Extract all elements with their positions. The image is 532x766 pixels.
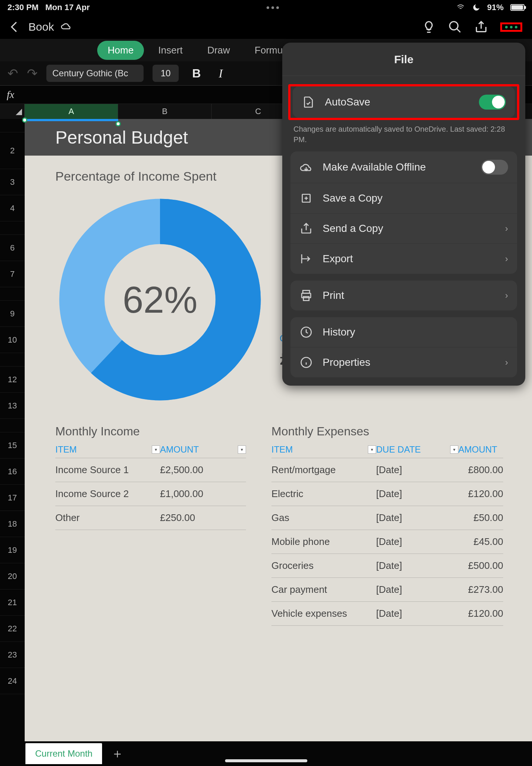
selection-handle[interactable] <box>116 121 121 126</box>
offline-toggle[interactable] <box>481 160 508 175</box>
column-header[interactable]: B <box>118 104 212 119</box>
filter-dropdown-icon[interactable]: ▾ <box>152 445 160 454</box>
expense-col-amount[interactable]: AMOUNT <box>458 441 503 458</box>
column-header[interactable]: A <box>25 104 118 119</box>
table-row[interactable]: Income Source 2£1,000.00 <box>55 482 246 506</box>
row-header[interactable]: 23 <box>0 642 25 668</box>
row-header[interactable]: 10 <box>0 327 25 353</box>
row-header[interactable]: 13 <box>0 393 25 419</box>
income-col-item[interactable]: ITEM▾ <box>55 441 160 458</box>
table-row[interactable]: Car payment[Date]£273.00 <box>271 577 503 601</box>
autosave-highlight-box: AutoSave <box>288 84 519 120</box>
row-header[interactable]: 6 <box>0 235 25 261</box>
row-header[interactable] <box>0 353 25 367</box>
table-row[interactable]: Rent/mortgage[Date]£800.00 <box>271 458 503 482</box>
row-header[interactable]: 24 <box>0 668 25 694</box>
italic-button[interactable]: I <box>214 67 227 80</box>
back-icon[interactable] <box>7 20 22 34</box>
properties-row[interactable]: Properties › <box>290 347 517 377</box>
table-row[interactable]: Income Source 1£2,500.00 <box>55 458 246 482</box>
status-time: 2:30 PM <box>7 3 39 12</box>
font-selector[interactable]: Century Gothic (Bc <box>46 65 144 82</box>
row-header[interactable]: 9 <box>0 301 25 327</box>
export-row[interactable]: Export › <box>290 243 517 274</box>
expense-col-due[interactable]: DUE DATE▾ <box>376 441 458 458</box>
donut-chart: 62% <box>55 195 265 404</box>
more-menu-button[interactable] <box>500 22 522 32</box>
save-copy-row[interactable]: Save a Copy <box>290 183 517 213</box>
expense-col-item[interactable]: ITEM▾ <box>271 441 376 458</box>
battery-percent: 91% <box>487 3 504 12</box>
tab-draw[interactable]: Draw <box>197 41 240 60</box>
autosave-description: Changes are automatically saved to OneDr… <box>282 120 525 145</box>
row-header[interactable]: 17 <box>0 485 25 511</box>
row-header[interactable] <box>0 221 25 235</box>
row-header[interactable] <box>0 287 25 301</box>
table-row[interactable]: Vehicle expenses[Date]£120.00 <box>271 601 503 626</box>
redo-button[interactable]: ↷ <box>27 66 37 81</box>
print-row[interactable]: Print › <box>290 281 517 310</box>
row-header[interactable]: 4 <box>0 195 25 221</box>
sheet-title: Personal Budget <box>55 127 188 148</box>
row-header[interactable]: 22 <box>0 616 25 642</box>
row-header[interactable]: 3 <box>0 169 25 195</box>
expense-title: Monthly Expenses <box>271 425 503 438</box>
row-header[interactable]: 18 <box>0 511 25 537</box>
table-row[interactable]: Gas[Date]£50.00 <box>271 506 503 530</box>
export-icon <box>299 252 313 266</box>
row-header[interactable]: 7 <box>0 261 25 287</box>
file-menu-popover: File AutoSave Changes are automatically … <box>282 43 525 386</box>
row-header[interactable] <box>0 119 25 132</box>
autosave-label: AutoSave <box>325 96 469 108</box>
offline-row[interactable]: Make Available Offline <box>290 151 517 183</box>
lightbulb-icon[interactable] <box>422 20 436 34</box>
add-sheet-button[interactable]: ＋ <box>111 745 124 762</box>
table-row[interactable]: Electric[Date]£120.00 <box>271 482 503 506</box>
multitask-dots[interactable] <box>90 6 456 9</box>
tab-home[interactable]: Home <box>97 41 144 60</box>
cloud-sync-icon[interactable] <box>61 21 72 33</box>
file-menu-title: File <box>282 43 525 76</box>
row-header[interactable]: 20 <box>0 563 25 589</box>
history-row[interactable]: History <box>290 317 517 347</box>
autosave-icon <box>302 95 315 109</box>
info-icon <box>299 356 313 369</box>
chevron-right-icon: › <box>505 357 508 368</box>
filter-dropdown-icon[interactable]: ▾ <box>450 445 458 454</box>
row-header[interactable]: 16 <box>0 459 25 485</box>
filter-dropdown-icon[interactable]: ▾ <box>238 445 246 454</box>
row-header[interactable]: 19 <box>0 537 25 563</box>
autosave-toggle[interactable] <box>479 95 506 110</box>
undo-button[interactable]: ↶ <box>7 66 18 81</box>
share-icon[interactable] <box>474 20 488 34</box>
expense-table: Monthly Expenses ITEM▾ DUE DATE▾ AMOUNT … <box>271 425 503 626</box>
print-icon <box>299 289 313 302</box>
table-row[interactable]: Mobile phone[Date]£45.00 <box>271 530 503 554</box>
selection-handle[interactable] <box>22 117 27 123</box>
sheet-tab[interactable]: Current Month <box>25 743 102 764</box>
row-headers[interactable]: 23467910121315161718192021222324 <box>0 119 25 741</box>
history-icon <box>299 325 313 339</box>
font-size-selector[interactable]: 10 <box>153 65 179 82</box>
income-col-amount[interactable]: AMOUNT▾ <box>160 441 246 458</box>
search-icon[interactable] <box>448 20 462 34</box>
row-header[interactable]: 15 <box>0 432 25 459</box>
autosave-row[interactable]: AutoSave <box>293 86 515 118</box>
wifi-icon <box>456 4 465 11</box>
home-indicator[interactable] <box>225 759 307 762</box>
row-header[interactable]: 21 <box>0 589 25 616</box>
table-row[interactable]: Other£250.00 <box>55 506 246 530</box>
select-all-corner[interactable]: ◢ <box>0 104 25 119</box>
tab-insert[interactable]: Insert <box>148 41 193 60</box>
table-row[interactable]: Groceries[Date]£500.00 <box>271 554 503 577</box>
cloud-offline-icon <box>299 160 313 174</box>
send-copy-row[interactable]: Send a Copy › <box>290 213 517 243</box>
bold-button[interactable]: B <box>188 67 205 80</box>
row-header[interactable] <box>0 419 25 432</box>
status-bar: 2:30 PM Mon 17 Apr 91% <box>0 0 532 15</box>
filter-dropdown-icon[interactable]: ▾ <box>368 445 376 454</box>
row-header[interactable]: 2 <box>0 132 25 169</box>
svg-rect-6 <box>304 297 309 301</box>
document-title[interactable]: Book <box>28 21 54 33</box>
row-header[interactable]: 12 <box>0 367 25 393</box>
